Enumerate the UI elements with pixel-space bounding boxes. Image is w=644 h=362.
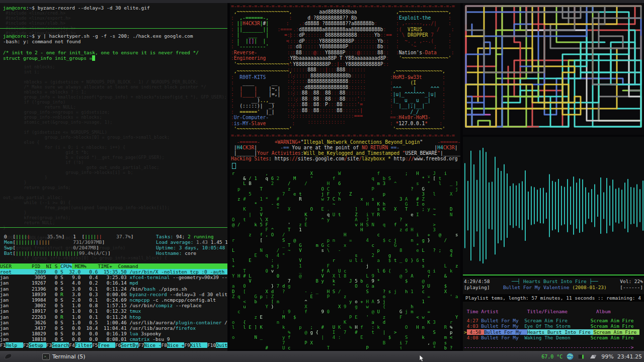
- htop-swap-meter: Swp[ 0/2047MB]: [4, 245, 99, 250]
- htop-process-list: root 2889 0 S 32.0 0.6 15:35.50 /usr/bin…: [0, 269, 227, 342]
- process-row[interactable]: jan 19267 0 S 4.0 0.2 0:16.14 mpd: [0, 280, 227, 286]
- process-row[interactable]: root 2889 0 S 32.0 0.6 15:35.50 /usr/bin…: [0, 269, 227, 275]
- process-row[interactable]: jan 21396 0 S 3.0 0.1 0:11.24 /bin/bash …: [0, 286, 227, 292]
- mixer-settings-icon[interactable]: [589, 352, 598, 360]
- volume-label[interactable]: Vol: 22%: [620, 279, 643, 284]
- art-box-virus-dropper: ,~~~~~~~~~~~~~~~~~,:Exploit-the :: ,----…: [396, 9, 454, 61]
- tmux-pane-border[interactable]: [0, 28, 227, 29]
- taskbar-window-button[interactable]: >_ Terminal (5): [39, 352, 89, 361]
- visualizer-canvas: [463, 137, 644, 275]
- shell-command-byzanz: jan@core:~$ byzanz-record --delay=3 -d 3…: [3, 5, 150, 11]
- music-player-pane[interactable]: 4:29/4:58 ──┤ Hearts Burst Into Fire ├──…: [463, 278, 644, 351]
- warning-hacking-sites: Hacking Sites: https://sites.google.com/…: [231, 156, 458, 161]
- battery-percentage: 99%: [601, 353, 613, 360]
- ghost-code-kernel: int nblocks; int i; nblocks = (gidsetsiz…: [3, 64, 227, 226]
- process-row[interactable]: jan 18939 0 R 3.0 0.3 0:00.06 byzanz-rec…: [0, 292, 227, 297]
- player-state: [playing]: [464, 285, 490, 290]
- process-row[interactable]: jan 18818 0 S 0.0 0.0 0:08.01 cmatrix -b…: [0, 336, 227, 342]
- now-playing-artist: Bullet For My Valentine (2008-01-23): [503, 285, 607, 290]
- htop-function-key-bar: F1Help F2Setup F3SearchF4FilterF5Tree F6…: [0, 342, 227, 348]
- ghost-code-includes: #include <linux/cred.h> #include <linux/…: [3, 11, 76, 36]
- htop-column-header[interactable]: USER PID NI S CPU% MEM% TIME+ Command: [0, 263, 227, 269]
- fkey-help[interactable]: F1Help: [0, 342, 23, 348]
- clock[interactable]: 23:41.25: [617, 353, 642, 360]
- process-row[interactable]: jan 22263 0 R 1.0 0.1 0:11.24 htop: [0, 314, 227, 320]
- applications-menu-icon[interactable]: [3, 352, 13, 360]
- fkey-setup[interactable]: F2Setup: [23, 342, 46, 348]
- pipes-pane[interactable]: [463, 3, 644, 135]
- playlist: 4:27 Bullet For My Scream Aim Fire Screa…: [464, 318, 639, 341]
- process-row[interactable]: jan 18029 0 S 0.0 0.0 0:16.19 lua 3spook…: [0, 331, 227, 336]
- process-row[interactable]: jan 3005 0 S 9.0 0.4 3:25.03 xfce4-termi…: [0, 275, 227, 280]
- playlist-row[interactable]: 4:03 Bullet For My Eye Of The Storm Scre…: [464, 323, 639, 329]
- process-row[interactable]: jan 3626 0 S 1.0 0.5 1:00.46 /usr/lib/au…: [0, 320, 227, 325]
- process-row[interactable]: jan 18917 0 S 1.0 0.1 0:12.32 tmux: [0, 308, 227, 314]
- warning-line-2: |H4CK3R| -== You are at the point of NO …: [231, 145, 458, 150]
- typed-code-line: struct group_info init_groups =: [3, 55, 95, 61]
- htop-load-average: Load average: 1.43 1.45 1.15: [156, 239, 227, 245]
- typed-code-comment: /* init to 2 - one for init_task, one to…: [3, 50, 199, 55]
- cmatrix-pane[interactable]: [230, 169, 460, 349]
- audio-visualizer-pane[interactable]: [463, 137, 644, 276]
- art-skull: aad8888888baa d:?888888888??:8b .:d8888:…: [284, 9, 392, 125]
- playlist-row[interactable]: 4:08 Bullet For My Waking The Demon Scre…: [464, 335, 639, 340]
- shell-command-hackertyper: jan@core:~$ y | hackertyper.sh -g -f -s …: [3, 33, 193, 39]
- playlist-row[interactable]: 4:27 Bullet For My Scream Aim Fire Screa…: [464, 318, 639, 323]
- htop-cpu-meters: 0 [||||| 35.5%] 1 [|||||| 37.7%]: [4, 234, 134, 239]
- fkey-nice-[interactable]: F7Nice -: [138, 342, 162, 348]
- terminal-pane-left[interactable]: jan@core:~$ byzanz-record --delay=3 -d 3…: [0, 3, 227, 351]
- shell-error: -bash: y: command not found: [3, 39, 80, 44]
- fkey-sortby[interactable]: F6SortBy: [115, 342, 138, 348]
- system-tray[interactable]: 67.0 °C 99% 23:41.25: [541, 351, 642, 362]
- terminal-window-icon: >_: [42, 353, 50, 360]
- fkey-filter[interactable]: F4Filter: [69, 342, 92, 348]
- htop-uptime: Uptime: 3 days, 10:05:48: [156, 245, 225, 250]
- fkey-quit[interactable]: F10Quit: [207, 342, 227, 348]
- process-row[interactable]: jan 3002 0 S 1.0 0.8 1:57.15 /usr/bin/co…: [0, 303, 227, 308]
- matrix-rain-canvas: [230, 169, 460, 349]
- fkey-search[interactable]: F3Search: [46, 342, 69, 348]
- taskbar-window-label: Terminal (5): [52, 353, 86, 360]
- process-row[interactable]: jan 19984 0 S 2.0 0.1 0:24.69 ncmpcpp -c…: [0, 297, 227, 303]
- battery-icon[interactable]: [578, 352, 586, 360]
- htop-hostname: Hostname: core: [156, 250, 196, 256]
- volume-bar[interactable]: [------]: [620, 285, 643, 290]
- playlist-stats: Playlist tems, length: 57 minutes, 11 se…: [463, 294, 644, 302]
- warning-line-1: -======- +WARNING+"Illegal_Network_Conne…: [231, 140, 460, 145]
- playlist-scroll-indicator[interactable]: ----------------------------------------…: [464, 344, 633, 350]
- network-globe-icon[interactable]: [566, 352, 574, 360]
- warning-line-3: |______|Your Activities:Will_be_Keylogge…: [231, 151, 460, 156]
- process-row[interactable]: jan 3437 0 S 0.0 10.4 11:04.41 /usr/lib/…: [0, 325, 227, 331]
- hacker-art-pane[interactable]: =-=-=-=-=-=-=-=-=-=-=-=-=-=-=-=-=-=-=-=-…: [230, 3, 460, 169]
- taskbar[interactable]: >_ Terminal (5) 67.0 °C 99% 23:41.25: [0, 351, 644, 362]
- htop-tasks: Tasks: 94; 2 running: [156, 234, 213, 239]
- mouse-cursor: [419, 355, 425, 362]
- tmux-pane-border[interactable]: [0, 227, 227, 228]
- pipes-canvas: [463, 3, 644, 135]
- art-box-hom3: ,~~~~~~~~~~~~~~~~,:HoM3-$w33t :: (I ::^^…: [390, 68, 445, 132]
- track-elapsed-time: 4:29/4:58: [464, 279, 490, 284]
- playlist-row[interactable]: > 4:58 Bullet For My Hearts Burst Into F…: [464, 329, 639, 335]
- cpu-temp-indicator: 67.0 °C: [541, 354, 562, 359]
- art-border-bottom: =-=-=-=-=-=-=-=-=-=-=-=-=-=-=-=-=-=-=-=-…: [231, 133, 455, 139]
- art-border-top: =-=-=-=-=-=-=-=-=-=-=-=-=-=-=-=-=-=-=-=-…: [231, 4, 455, 10]
- htop-mem-meter: Mem[|||||||||||| 731/3697MB]: [4, 239, 105, 245]
- fkey-tree[interactable]: F5Tree: [92, 342, 115, 348]
- playlist-column-header[interactable]: Time Artist Title/Filename Album: [464, 309, 611, 314]
- now-playing-title: ──┤ Hearts Burst Into Fire ├──: [512, 279, 598, 284]
- fkey-nice-[interactable]: F8Nice +: [161, 342, 184, 348]
- terminal-cursor: [232, 163, 236, 169]
- fkey-kill[interactable]: F9Kill: [184, 342, 207, 348]
- htop-battery-meter: Bat[||||||||||||||||||||||99.4%(A/C)]: [4, 250, 111, 256]
